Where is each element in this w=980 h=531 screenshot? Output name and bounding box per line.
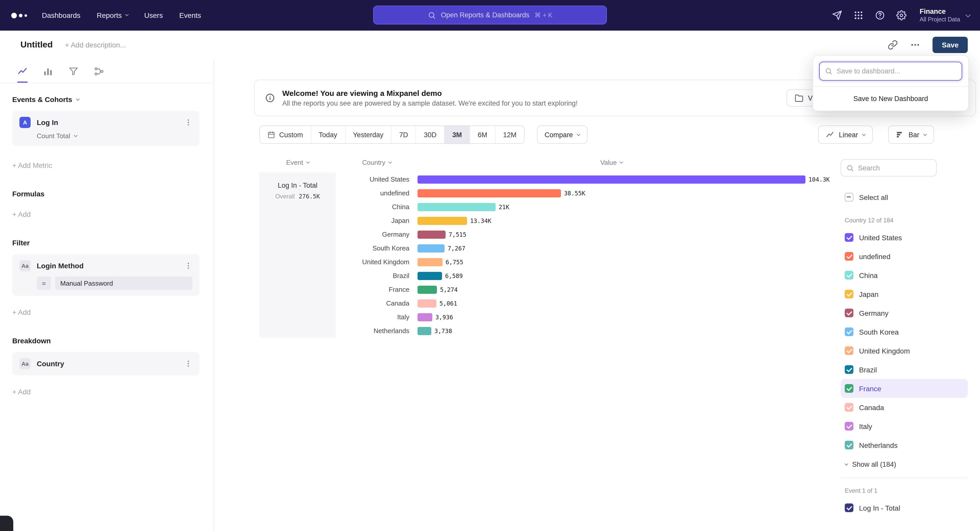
filter-section-header[interactable]: Filter [12, 239, 200, 247]
event-aggregation[interactable]: Count Total [37, 132, 192, 140]
settings-gear-icon[interactable] [896, 10, 906, 21]
legend-item-canada[interactable]: Canada [841, 398, 968, 417]
value-bar[interactable] [417, 272, 442, 280]
save-button[interactable]: Save [933, 37, 968, 53]
legend-item-undefined[interactable]: undefined [841, 247, 968, 266]
help-icon[interactable] [875, 10, 885, 21]
legend-checkbox[interactable] [845, 365, 853, 374]
filter-card[interactable]: Aa Login Method = Manual Password [12, 254, 200, 296]
tab-funnel[interactable] [68, 66, 79, 82]
value-bar[interactable] [417, 299, 436, 308]
legend-search-input[interactable] [858, 164, 931, 172]
legend-checkbox[interactable] [845, 233, 853, 242]
legend-search-box[interactable] [841, 159, 937, 176]
copy-link-icon[interactable] [888, 40, 898, 50]
legend-checkbox[interactable] [845, 403, 853, 412]
legend-checkbox[interactable] [845, 271, 853, 279]
filter-menu-icon[interactable] [184, 262, 192, 270]
date-range-yesterday[interactable]: Yesterday [345, 126, 391, 143]
breakdown-menu-icon[interactable] [184, 360, 192, 368]
filter-operator[interactable]: = [37, 276, 51, 290]
save-to-new-dashboard-item[interactable]: Save to New Dashboard [813, 86, 968, 111]
invite-icon[interactable] [832, 10, 842, 21]
legend-checkbox[interactable] [845, 290, 853, 298]
mixpanel-logo[interactable] [11, 9, 29, 21]
more-actions-icon[interactable] [910, 40, 921, 50]
add-formula-button[interactable]: + Add [12, 210, 200, 218]
messenger-launcher[interactable] [0, 516, 13, 531]
value-bar[interactable] [417, 189, 561, 197]
value-bar[interactable] [417, 203, 496, 211]
legend-checkbox[interactable] [845, 328, 853, 336]
nav-reports[interactable]: Reports [97, 11, 128, 19]
legend-item-france[interactable]: France [841, 379, 968, 398]
date-range-today[interactable]: Today [311, 126, 345, 143]
add-description[interactable]: + Add description... [65, 41, 126, 49]
select-all-row[interactable]: Select all [841, 188, 968, 207]
value-bar[interactable] [417, 244, 445, 252]
legend-item-united-kingdom[interactable]: United Kingdom [841, 341, 968, 360]
date-range-6m[interactable]: 6M [470, 126, 496, 143]
legend-checkbox[interactable] [845, 384, 853, 393]
global-search-button[interactable]: Open Reports & Dashboards ⌘ + K [373, 6, 607, 24]
select-all-checkbox[interactable] [845, 193, 853, 201]
legend-item-south-korea[interactable]: South Korea [841, 322, 968, 341]
legend-event-row[interactable]: Log In - Total [841, 498, 968, 517]
country-column-header[interactable]: Country [336, 152, 417, 173]
tab-flows[interactable] [94, 66, 104, 82]
tab-bar-chart[interactable] [43, 66, 53, 82]
breakdown-section-header[interactable]: Breakdown [12, 337, 200, 345]
legend-item-netherlands[interactable]: Netherlands [841, 436, 968, 455]
event-menu-icon[interactable] [184, 118, 192, 127]
nav-users[interactable]: Users [144, 11, 163, 19]
add-metric-button[interactable]: + Add Metric [12, 161, 200, 170]
date-range-custom[interactable]: Custom [260, 126, 311, 143]
legend-checkbox[interactable] [845, 422, 853, 431]
event-column-header[interactable]: Event [259, 152, 336, 173]
add-breakdown-button[interactable]: + Add [12, 388, 200, 396]
date-range-12m[interactable]: 12M [495, 126, 524, 143]
legend-item-brazil[interactable]: Brazil [841, 360, 968, 379]
legend-item-japan[interactable]: Japan [841, 285, 968, 303]
compare-button[interactable]: Compare [537, 125, 588, 144]
event-name[interactable]: Log In [37, 118, 58, 127]
report-title[interactable]: Untitled [21, 40, 53, 50]
legend-item-germany[interactable]: Germany [841, 303, 968, 322]
date-range-30d[interactable]: 30D [416, 126, 445, 143]
breakdown-property-name[interactable]: Country [37, 360, 64, 368]
value-column-header[interactable]: Value [417, 152, 805, 173]
legend-item-italy[interactable]: Italy [841, 417, 968, 436]
legend-item-united-states[interactable]: United States [841, 228, 968, 247]
value-bar[interactable] [417, 258, 442, 266]
breakdown-card[interactable]: Aa Country [12, 352, 200, 376]
date-range-7d[interactable]: 7D [391, 126, 416, 143]
nav-dashboards[interactable]: Dashboards [42, 11, 80, 19]
value-bar[interactable] [417, 217, 467, 225]
value-bar[interactable] [417, 285, 437, 293]
date-range-3m[interactable]: 3M [445, 126, 470, 143]
value-bar[interactable] [417, 327, 431, 335]
legend-checkbox[interactable] [845, 441, 853, 449]
event-card[interactable]: A Log In Count Total [12, 111, 200, 146]
legend-item-china[interactable]: China [841, 266, 968, 285]
filter-value[interactable]: Manual Password [55, 276, 192, 290]
project-switcher[interactable]: Finance All Project Data [920, 8, 970, 23]
value-bar[interactable] [417, 230, 445, 238]
legend-checkbox[interactable] [845, 346, 853, 355]
value-bar[interactable] [417, 313, 432, 321]
value-bar[interactable] [417, 175, 805, 183]
show-all-button[interactable]: Show all (184) [841, 461, 968, 468]
filter-property-name[interactable]: Login Method [37, 262, 84, 270]
apps-grid-icon[interactable] [853, 10, 863, 21]
events-section-header[interactable]: Events & Cohorts [12, 95, 200, 103]
legend-event-checkbox[interactable] [845, 504, 853, 512]
formulas-section-header[interactable]: Formulas [12, 190, 200, 198]
scale-selector[interactable]: Linear [818, 125, 873, 144]
nav-events[interactable]: Events [179, 11, 201, 19]
chart-type-selector[interactable]: Bar [888, 125, 934, 144]
save-dashboard-input[interactable] [837, 67, 956, 75]
legend-checkbox[interactable] [845, 252, 853, 261]
legend-checkbox[interactable] [845, 309, 853, 317]
tab-insights-line[interactable] [18, 66, 27, 82]
save-dashboard-search-box[interactable] [819, 62, 962, 81]
